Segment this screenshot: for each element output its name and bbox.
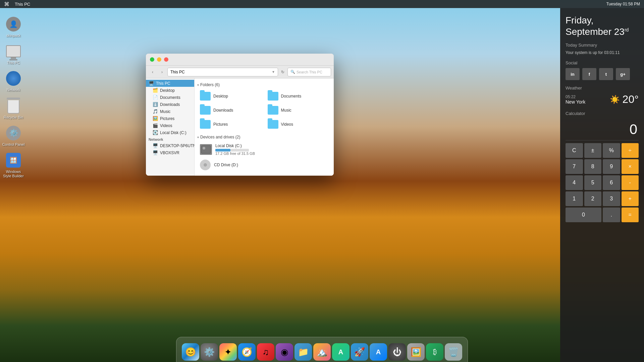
- explorer-titlebar: [146, 54, 334, 66]
- calc-dot-button[interactable]: .: [603, 207, 620, 222]
- folder-item-downloads[interactable]: Downloads: [197, 104, 264, 117]
- desktop-icon-recycle-bin[interactable]: Recycle Bin: [0, 95, 27, 122]
- calc-4-button[interactable]: 4: [566, 175, 583, 190]
- weather-left: 05:22 New York: [566, 95, 585, 105]
- sidebar-videos-label: Videos: [160, 123, 172, 128]
- desktop-icon-this-pc[interactable]: This PC: [0, 41, 27, 68]
- calc-5-button[interactable]: 5: [584, 175, 602, 190]
- sidebar-pictures-label: Pictures: [160, 116, 174, 121]
- calc-c-button[interactable]: C: [566, 143, 583, 158]
- calc-8-button[interactable]: 8: [584, 159, 602, 174]
- photos-icon: 🖼️: [411, 347, 421, 357]
- sidebar-item-downloads[interactable]: ⬇️ Downloads: [146, 101, 194, 108]
- sidebar-item-local-disk[interactable]: 💽 Local Disk (C:): [146, 129, 194, 136]
- dock-item-macos[interactable]: 🏔️: [313, 343, 331, 361]
- search-bar[interactable]: 🔍 Search This PC: [287, 68, 331, 76]
- dock-item-finder[interactable]: 😊: [182, 343, 199, 361]
- dock-item-power[interactable]: ⏻: [388, 343, 406, 361]
- calc-1-button[interactable]: 1: [566, 191, 583, 206]
- sidebar-item-desktop[interactable]: 🗂️ Desktop: [146, 87, 194, 94]
- dock-item-settings[interactable]: ⚙️: [201, 343, 218, 361]
- calc-display: 0: [566, 119, 639, 140]
- local-disk-progress-bar: [215, 149, 249, 152]
- sidebar-item-pictures[interactable]: 🖼️ Pictures: [146, 115, 194, 122]
- local-disk-name: Local Disk (C:): [215, 143, 328, 148]
- dock-item-photos[interactable]: 🖼️: [407, 343, 425, 361]
- dock-item-music[interactable]: ♫: [257, 343, 274, 361]
- dock-item-safari[interactable]: 🧭: [238, 343, 256, 361]
- sidebar-item-videos[interactable]: 🎬 Videos: [146, 122, 194, 129]
- traffic-green-button[interactable]: [150, 57, 154, 62]
- pictures-sidebar-icon: 🖼️: [153, 116, 158, 121]
- documents-folder-label: Documents: [281, 94, 302, 99]
- calc-9-button[interactable]: 9: [603, 159, 620, 174]
- dock-item-money[interactable]: ₿: [426, 343, 443, 361]
- desktop-icon-skinpack[interactable]: 👤 skinpack: [0, 13, 27, 41]
- sidebar-item-music[interactable]: 🎵 Music: [146, 108, 194, 115]
- folder-item-desktop[interactable]: Desktop: [197, 90, 264, 103]
- appstore-icon: A: [376, 348, 381, 356]
- calc-7-button[interactable]: 7: [566, 159, 583, 174]
- sidebar-item-this-pc[interactable]: 🖥️ This PC: [146, 80, 194, 87]
- address-bar[interactable]: This PC ▼: [167, 68, 278, 76]
- traffic-yellow-button[interactable]: [157, 57, 161, 62]
- calc-divide-button[interactable]: ÷: [622, 143, 639, 158]
- device-item-local-disk[interactable]: Local Disk (C:) 17.2 GB free of 31.5 GB: [197, 142, 331, 157]
- music-sidebar-icon: 🎵: [153, 109, 158, 114]
- folder-item-documents[interactable]: Documents: [265, 90, 331, 103]
- explorer-toolbar: ‹ › This PC ▼ ↻ 🔍 Search This PC: [146, 66, 334, 78]
- sidebar-item-documents[interactable]: 📄 Documents: [146, 94, 194, 101]
- desktop-folder-label: Desktop: [213, 94, 228, 99]
- music-icon: ♫: [262, 347, 269, 357]
- calc-plusminus-button[interactable]: ±: [584, 143, 602, 158]
- dock-item-trash[interactable]: 🗑️: [445, 343, 462, 361]
- calc-3-button[interactable]: 3: [603, 191, 620, 206]
- linkedin-button[interactable]: in: [566, 68, 580, 80]
- folder-item-videos[interactable]: Videos: [265, 118, 331, 131]
- dock-item-launchpad[interactable]: ✦: [219, 343, 237, 361]
- dev-icon: A: [338, 348, 343, 356]
- dock-item-rocket[interactable]: 🚀: [351, 343, 368, 361]
- dock-item-appstore[interactable]: A: [370, 343, 387, 361]
- desktop-folder-icon: [200, 92, 211, 101]
- calc-2-button[interactable]: 2: [584, 191, 602, 206]
- sidebar-desktop-computer-label: DESKTOP-5P6UTM4: [160, 143, 195, 148]
- weather-time: 05:22: [566, 95, 585, 99]
- this-pc-sidebar-icon: 🖥️: [149, 81, 154, 86]
- cd-drive-info: CD Drive (D:): [214, 163, 328, 167]
- explorer-window: ‹ › This PC ▼ ↻ 🔍 Search This PC 🖥️ This…: [146, 54, 334, 176]
- calc-multiply-button[interactable]: ×: [622, 159, 639, 174]
- social-section-title: Social: [566, 60, 639, 65]
- explorer-main-content: ▾ Folders (6) Desktop Documents Download…: [195, 78, 334, 176]
- calc-0-button[interactable]: 0: [566, 207, 601, 222]
- recycle-bin-label: Recycle Bin: [4, 115, 23, 120]
- google-button[interactable]: g+: [616, 68, 630, 80]
- facebook-button[interactable]: f: [582, 68, 596, 80]
- apple-logo-icon[interactable]: ⌘: [4, 1, 9, 7]
- sidebar-item-vboxsvr[interactable]: 🖥️ VBOXSVR: [146, 149, 194, 156]
- desktop-icon-windows-style-builder[interactable]: 🪟 Windows Style Builder: [0, 149, 27, 181]
- calc-percent-button[interactable]: %: [603, 143, 620, 158]
- calculator-grid: C ± % ÷ 7 8 9 × 4 5 6 - 1 2 3 + 0 . =: [566, 143, 639, 222]
- folder-item-pictures[interactable]: Pictures: [197, 118, 264, 131]
- dock-item-dev[interactable]: A: [332, 343, 350, 361]
- refresh-button[interactable]: ↻: [279, 69, 286, 75]
- calc-minus-button[interactable]: -: [622, 175, 639, 190]
- back-button[interactable]: ‹: [149, 68, 157, 76]
- traffic-red-button[interactable]: [164, 57, 168, 62]
- calc-equals-button[interactable]: =: [622, 207, 639, 222]
- dock-item-siri[interactable]: ◉: [276, 343, 293, 361]
- this-pc-icon: [5, 43, 21, 59]
- desktop-icon-network[interactable]: Network: [0, 68, 27, 95]
- forward-button[interactable]: ›: [158, 68, 166, 76]
- sidebar-item-desktop-computer[interactable]: 🖥️ DESKTOP-5P6UTM4: [146, 142, 194, 149]
- dock: 😊 ⚙️ ✦ 🧭 ♫ ◉ 📁 🏔️ A 🚀 A ⏻ 🖼️ ₿ 🗑️: [176, 337, 468, 362]
- calc-6-button[interactable]: 6: [603, 175, 620, 190]
- rocket-icon: 🚀: [354, 347, 365, 357]
- device-item-cd-drive[interactable]: CD Drive (D:): [197, 158, 331, 172]
- folder-item-music[interactable]: Music: [265, 104, 331, 117]
- dock-item-files[interactable]: 📁: [294, 343, 312, 361]
- twitter-button[interactable]: t: [599, 68, 613, 80]
- calc-plus-button[interactable]: +: [622, 191, 639, 206]
- desktop-icon-control-panel[interactable]: ⚙️ Control Panel: [0, 122, 27, 149]
